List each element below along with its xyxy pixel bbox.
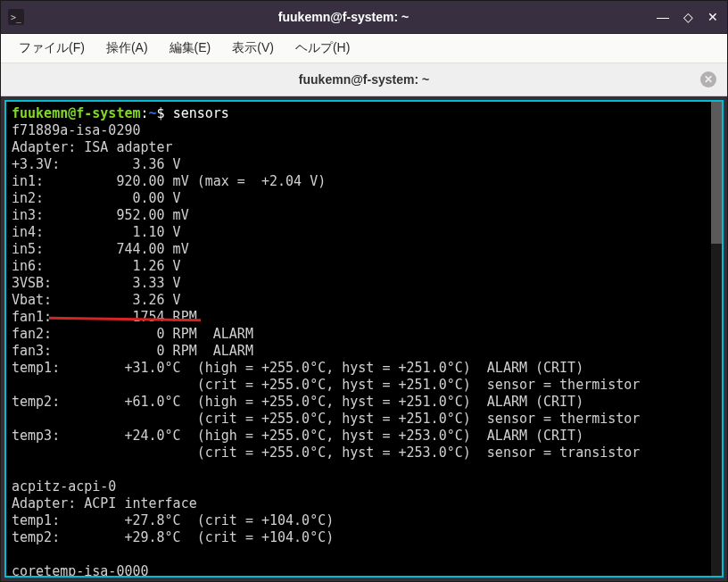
- menubar: ファイル(F) 操作(A) 編集(E) 表示(V) ヘルプ(H): [1, 34, 727, 63]
- temp-line: (crit = +255.0°C, hyst = +251.0°C) senso…: [12, 411, 640, 427]
- voltage-line: 3VSB: 3.33 V: [12, 275, 181, 291]
- menu-actions[interactable]: 操作(A): [95, 37, 159, 60]
- temp-line: temp3: +24.0°C (high = +255.0°C, hyst = …: [12, 428, 583, 444]
- menu-file[interactable]: ファイル(F): [8, 37, 95, 60]
- tab-label: fuukemn@f-system: ~: [299, 72, 429, 87]
- fan-line: fan2: 0 RPM ALARM: [12, 326, 253, 342]
- menu-view[interactable]: 表示(V): [221, 37, 285, 60]
- temp-line: temp2: +29.8°C (crit = +104.0°C): [12, 529, 334, 545]
- tab-close-icon[interactable]: ✕: [700, 71, 716, 87]
- voltage-line: in6: 1.26 V: [12, 258, 181, 274]
- voltage-line: in2: 0.00 V: [12, 190, 181, 206]
- fan-line: fan3: 0 RPM ALARM: [12, 343, 253, 359]
- voltage-line: in5: 744.00 mV: [12, 241, 189, 257]
- scrollbar-thumb[interactable]: [711, 102, 722, 244]
- window-title: fuukemn@f-system: ~: [31, 10, 656, 24]
- voltage-line: +3.3V: 3.36 V: [12, 156, 181, 172]
- titlebar: >_ fuukemn@f-system: ~ — ◇ ✕: [1, 1, 727, 34]
- window-controls: — ◇ ✕: [656, 10, 720, 24]
- temp-line: temp1: +27.8°C (crit = +104.0°C): [12, 512, 334, 528]
- scrollbar[interactable]: [711, 102, 722, 576]
- adapter2-line: Adapter: ACPI interface: [12, 495, 197, 511]
- temp-line: temp1: +31.0°C (high = +255.0°C, hyst = …: [12, 360, 583, 376]
- menu-edit[interactable]: 編集(E): [159, 37, 222, 60]
- terminal-icon: >_: [8, 9, 24, 25]
- tab-terminal[interactable]: fuukemn@f-system: ~ ✕: [1, 63, 727, 96]
- adapter2-name: acpitz-acpi-0: [12, 478, 116, 495]
- temp-line: (crit = +255.0°C, hyst = +253.0°C) senso…: [12, 445, 640, 461]
- prompt-user: fuukemn@f-system: [12, 105, 141, 121]
- menu-help[interactable]: ヘルプ(H): [285, 37, 360, 60]
- temp-line: temp2: +61.0°C (high = +255.0°C, hyst = …: [12, 394, 583, 410]
- close-button[interactable]: ✕: [706, 10, 720, 24]
- adapter1-name: f71889a-isa-0290: [12, 122, 141, 138]
- maximize-button[interactable]: ◇: [681, 10, 695, 24]
- terminal-area[interactable]: fuukemn@f-system:~$ sensors f71889a-isa-…: [4, 100, 724, 578]
- voltage-line: in4: 1.10 V: [12, 224, 181, 240]
- voltage-line: in1: 920.00 mV (max = +2.04 V): [12, 173, 326, 189]
- terminal-window: >_ fuukemn@f-system: ~ — ◇ ✕ ファイル(F) 操作(…: [0, 0, 728, 582]
- prompt-path: ~: [149, 105, 157, 121]
- prompt-dollar: $: [157, 105, 173, 121]
- prompt-colon: :: [141, 105, 149, 121]
- adapter3-name: coretemp-isa-0000: [12, 563, 149, 578]
- voltage-line: Vbat: 3.26 V: [12, 292, 181, 308]
- adapter1-line: Adapter: ISA adapter: [12, 139, 173, 155]
- minimize-button[interactable]: —: [656, 10, 670, 24]
- command-text: sensors: [173, 105, 229, 121]
- voltage-line: in3: 952.00 mV: [12, 207, 189, 223]
- tabbar: fuukemn@f-system: ~ ✕: [1, 63, 727, 96]
- temp-line: (crit = +255.0°C, hyst = +251.0°C) senso…: [12, 377, 640, 393]
